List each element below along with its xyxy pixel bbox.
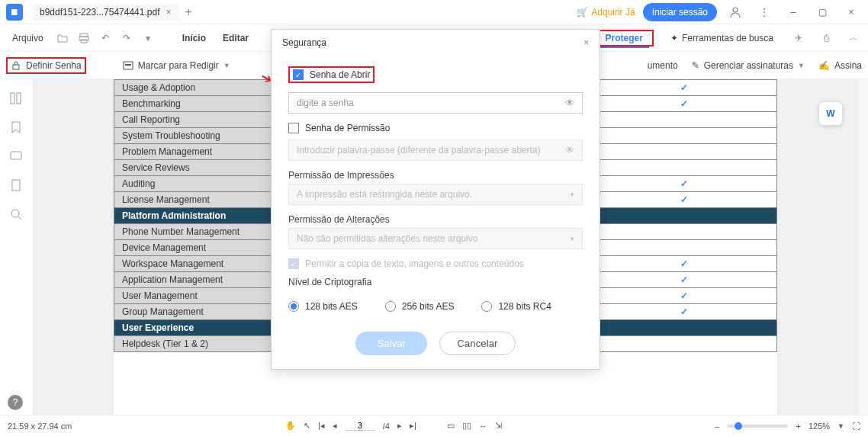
redact-icon (123, 60, 133, 71)
menu-file[interactable]: Arquivo (6, 30, 50, 46)
undo-icon[interactable]: ↶ (97, 30, 114, 46)
next-page-icon[interactable]: ▸ (397, 421, 402, 431)
permission-password-checkbox[interactable] (288, 123, 299, 133)
new-tab-button[interactable]: + (185, 5, 192, 19)
menu-protect[interactable]: Proteger (600, 30, 649, 48)
sign-label: Assina (834, 60, 862, 71)
continuous-icon[interactable]: ▯▯ (462, 421, 471, 431)
set-password-label: Definir Senha (26, 60, 82, 71)
cloud-icon[interactable]: ⎙ (818, 30, 834, 46)
security-dialog: Segurança × ✓ Senha de Abrir digite a se… (271, 29, 600, 370)
permission-password-input: Introduzir palavra-passe (diferente da p… (288, 139, 583, 161)
change-permission-label: Permissão de Alterações (288, 214, 583, 225)
collapse-ribbon-icon[interactable]: ︿ (845, 30, 862, 46)
row-c4: ✓ (592, 272, 777, 288)
enc-128-rc4-radio[interactable]: 128 bits RC4 (481, 301, 551, 312)
close-icon[interactable]: × (166, 7, 171, 18)
row-c4 (592, 336, 777, 352)
svg-point-1 (733, 8, 738, 12)
enc1-label: 128 bits AES (305, 301, 358, 312)
minimize-icon[interactable]: – (783, 2, 804, 23)
manage-signatures-button[interactable]: ✎ Gerenciar assinaturas ▼ (692, 60, 805, 71)
dropdown-icon[interactable]: ▾ (140, 30, 156, 46)
last-page-icon[interactable]: ▸| (410, 421, 416, 431)
print-permission-select: A impressão está restringida neste arqui… (288, 184, 583, 205)
bookmark-icon[interactable] (9, 120, 24, 136)
dialog-close-icon[interactable]: × (583, 37, 589, 48)
open-password-placeholder: digite a senha (297, 98, 354, 108)
page-input[interactable] (345, 421, 375, 431)
mark-redact-button[interactable]: Marcar para Redigir ▼ (123, 60, 230, 71)
print-permission-label: Permissão de Impressões (288, 170, 583, 181)
print-perm-value: A impressão está restringida neste arqui… (297, 189, 472, 200)
zoom-value: 125% (809, 422, 830, 431)
perm-pw-placeholder: Introduzir palavra-passe (diferente da p… (297, 145, 541, 155)
status-bar: 21.59 x 27.94 cm ✋ ↖ |◂ ◂ /4 ▸ ▸| ▭ ▯▯ ↔… (0, 415, 868, 436)
first-page-icon[interactable]: |◂ (318, 421, 325, 431)
allow-copy-checkbox: ✓ (288, 258, 299, 269)
cancel-button[interactable]: Cancelar (439, 332, 515, 355)
acquire-link[interactable]: 🛒 Adquirir Já (577, 7, 635, 18)
svg-rect-7 (125, 64, 131, 66)
sparkle-icon: ✦ (670, 33, 678, 43)
chevron-down-icon: ▾ (571, 191, 574, 198)
select-tool-icon[interactable]: ↖ (304, 421, 310, 431)
zoom-dropdown-icon[interactable]: ▼ (837, 422, 844, 430)
highlight-protect: Proteger (595, 30, 654, 46)
send-icon[interactable]: ✈ (790, 30, 807, 46)
word-export-icon[interactable]: W (819, 102, 842, 125)
hand-tool-icon[interactable]: ✋ (285, 421, 296, 431)
close-window-icon[interactable]: × (841, 2, 862, 23)
sign-button[interactable]: ✍ Assina (818, 60, 862, 71)
split-icon[interactable]: ⇲ (495, 421, 502, 431)
zoom-out-icon[interactable]: – (715, 422, 719, 431)
open-icon[interactable] (54, 30, 71, 46)
menu-edit[interactable]: Editar (217, 30, 255, 46)
enc-256-aes-radio[interactable]: 256 bits AES (385, 301, 455, 312)
eye-icon: 👁 (565, 145, 574, 155)
fullscreen-icon[interactable]: ⛶ (852, 422, 860, 431)
app-icon (6, 4, 23, 21)
row-c4 (592, 224, 777, 240)
help-icon[interactable]: ? (8, 395, 23, 410)
search-icon[interactable] (9, 207, 24, 223)
redo-icon[interactable]: ↷ (118, 30, 135, 46)
save-button[interactable]: Salvar (355, 332, 427, 355)
menu-home[interactable]: Início (176, 30, 212, 46)
single-page-icon[interactable]: ▭ (447, 421, 455, 431)
prev-page-icon[interactable]: ◂ (333, 421, 337, 431)
set-password-button[interactable]: Definir Senha (11, 60, 82, 71)
eye-icon[interactable]: 👁 (565, 98, 574, 108)
highlight-set-password: Definir Senha (6, 57, 86, 74)
vertical-scrollbar[interactable] (857, 79, 868, 415)
menu-search-tools[interactable]: ✦ Ferramentas de busca (664, 30, 780, 46)
fit-width-icon[interactable]: ↔ (479, 422, 487, 431)
maximize-icon[interactable]: ▢ (812, 2, 833, 23)
tab-title: b9ddf151-223...75474441.pdf (40, 7, 159, 18)
open-password-input[interactable]: digite a senha 👁 (288, 92, 583, 114)
svg-rect-11 (12, 180, 20, 191)
enc-128-aes-radio[interactable]: 128 bits AES (288, 301, 358, 312)
login-button[interactable]: Iniciar sessão (643, 3, 717, 21)
row-c4: ✓ (592, 80, 777, 96)
page-dimensions: 21.59 x 27.94 cm (8, 422, 72, 431)
menu-dots-icon[interactable]: ⋮ (754, 2, 775, 23)
user-icon[interactable] (725, 2, 746, 23)
pen-icon: ✍ (818, 60, 830, 71)
comment-icon[interactable] (9, 149, 24, 165)
row-c4 (592, 144, 777, 160)
thumbnails-icon[interactable] (9, 91, 24, 107)
svg-rect-8 (11, 93, 14, 104)
allow-copy-label: Permitir a cópia de texto, imagens e out… (305, 258, 524, 269)
open-password-label: Senha de Abrir (310, 69, 370, 80)
document-partial-button[interactable]: umento (648, 60, 678, 71)
attachment-icon[interactable] (9, 178, 24, 194)
zoom-slider[interactable] (727, 425, 788, 428)
zoom-in-icon[interactable]: + (796, 422, 800, 431)
row-c4: ✓ (592, 96, 777, 112)
open-password-checkbox[interactable]: ✓ (293, 69, 304, 80)
document-tab[interactable]: b9ddf151-223...75474441.pdf × (32, 4, 179, 21)
dialog-header: Segurança × (272, 30, 600, 56)
print-icon[interactable] (76, 30, 92, 46)
encryption-level-label: Nível de Criptografia (288, 277, 583, 287)
